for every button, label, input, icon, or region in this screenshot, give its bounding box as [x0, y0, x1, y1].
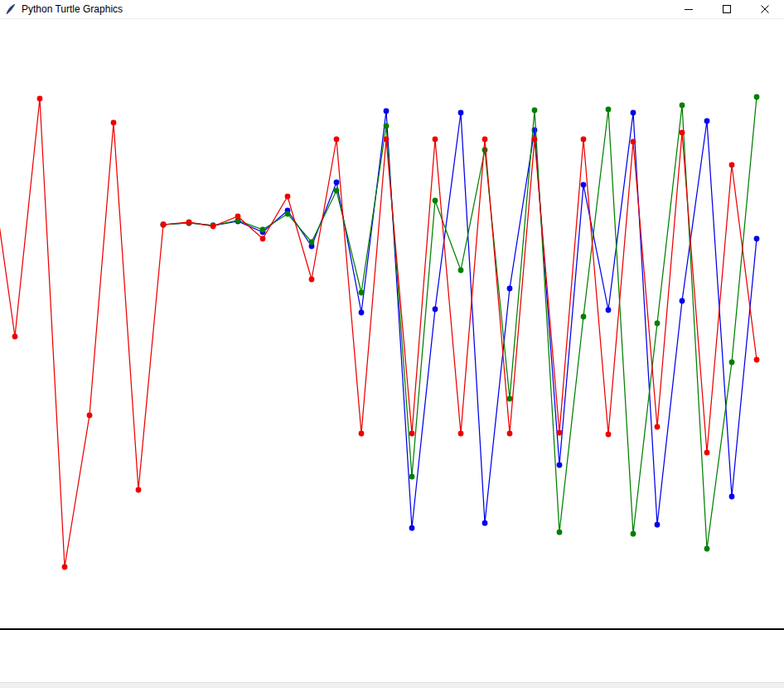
series-green-dot — [482, 148, 488, 153]
window-bottom-edge — [0, 682, 784, 688]
series-blue-dot — [334, 180, 340, 186]
series-red-dot — [260, 236, 266, 242]
series-blue-dot — [631, 110, 636, 116]
series-red-dot — [87, 413, 93, 419]
series-green-dot — [754, 94, 760, 100]
series-blue-dot — [433, 307, 438, 313]
series-red-dot — [359, 431, 365, 437]
series-green-line — [163, 97, 757, 549]
series-green-dot — [409, 474, 415, 480]
series-green-dot — [433, 198, 438, 204]
series-red-dot — [507, 431, 513, 437]
series-red-dot — [409, 431, 415, 437]
series-blue-dot — [482, 521, 488, 526]
close-icon — [761, 5, 769, 13]
series-blue-line — [163, 111, 757, 528]
series-red-dot — [111, 120, 117, 126]
series-red-dot — [211, 224, 216, 230]
series-green-dot — [532, 108, 538, 114]
series-green-dot — [458, 268, 464, 274]
title-bar: Python Turtle Graphics — [0, 0, 784, 19]
series-blue-dot — [704, 119, 710, 124]
series-red-dot — [136, 487, 142, 493]
series-red-dot — [754, 357, 760, 363]
series-green-dot — [285, 211, 291, 217]
series-red-dot — [704, 450, 710, 456]
series-green-dot — [309, 240, 315, 245]
series-red-line — [0, 99, 757, 567]
series-blue-dot — [384, 109, 390, 114]
minimize-button[interactable] — [670, 0, 708, 18]
series-green-dot — [384, 124, 390, 129]
series-red-dot — [12, 334, 18, 340]
series-red-dot — [680, 130, 685, 136]
series-blue-dot — [507, 286, 513, 292]
series-red-dot — [161, 222, 167, 228]
series-red-dot — [62, 564, 68, 570]
series-blue-dot — [409, 526, 415, 531]
series-blue-dot — [680, 298, 685, 304]
series-red-dot — [655, 424, 661, 430]
maximize-button[interactable] — [708, 0, 746, 18]
series-blue-dot — [729, 494, 735, 500]
series-red-dot — [557, 430, 563, 436]
series-green-dot — [359, 290, 365, 296]
turtle-drawing — [0, 0, 784, 688]
series-blue-dot — [359, 310, 365, 316]
series-red-dot — [729, 162, 735, 168]
minimize-icon — [685, 5, 693, 13]
series-blue-dot — [754, 236, 760, 242]
turtle-canvas — [0, 0, 784, 688]
series-red-dot — [285, 194, 291, 200]
series-blue-dot — [581, 182, 587, 188]
series-red-dot — [235, 214, 241, 220]
series-green-dot — [507, 396, 513, 402]
series-red-dot — [186, 220, 192, 225]
series-blue-dot — [557, 463, 563, 468]
series-red-dot — [37, 96, 43, 102]
series-green-dot — [606, 107, 612, 113]
series-red-dot — [532, 137, 538, 143]
series-red-dot — [606, 432, 612, 438]
window-controls — [670, 0, 784, 18]
series-green-dot — [704, 546, 710, 552]
series-red-dot — [309, 277, 315, 283]
window-title: Python Turtle Graphics — [22, 0, 123, 18]
series-green-dot — [260, 227, 266, 233]
series-red-dot — [631, 139, 636, 145]
series-red-dot — [334, 137, 340, 143]
series-green-dot — [729, 360, 735, 366]
series-green-dot — [655, 321, 661, 327]
python-feather-icon — [5, 3, 17, 15]
series-red-dot — [458, 431, 464, 437]
series-blue-dot — [655, 522, 661, 528]
series-green-dot — [581, 314, 587, 320]
series-red-dot — [581, 137, 587, 143]
series-green-dot — [557, 530, 563, 535]
series-green-dot — [631, 531, 636, 537]
maximize-icon — [723, 5, 731, 13]
series-blue-dot — [458, 110, 464, 116]
series-red-dot — [482, 137, 488, 143]
close-button[interactable] — [746, 0, 784, 18]
series-red-dot — [433, 137, 438, 143]
series-green-dot — [680, 103, 685, 109]
series-green-dot — [334, 188, 340, 194]
series-blue-dot — [606, 308, 612, 313]
series-red-dot — [384, 137, 390, 143]
